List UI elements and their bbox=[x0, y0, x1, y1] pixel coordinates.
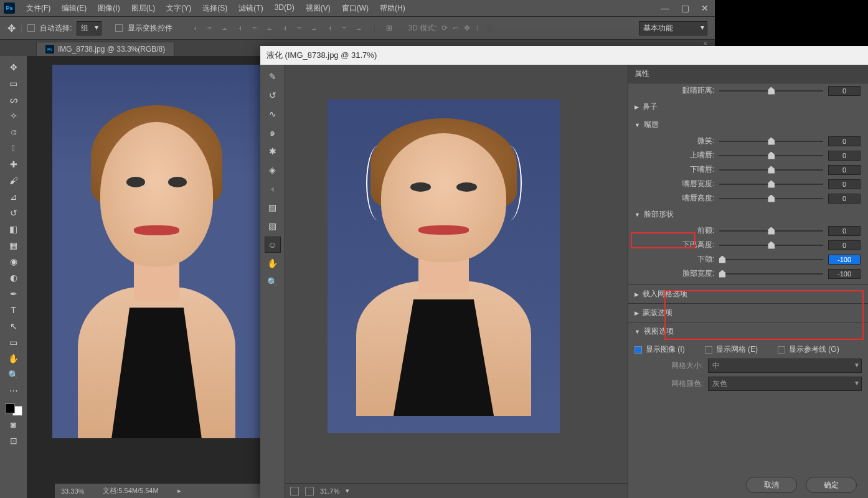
upper-lip-slider[interactable] bbox=[719, 151, 823, 161]
gradient-tool[interactable]: ▦ bbox=[5, 238, 22, 253]
face-tool[interactable]: ☺ bbox=[265, 237, 281, 253]
menu-type[interactable]: 文字(Y) bbox=[161, 1, 196, 16]
menu-window[interactable]: 窗口(W) bbox=[337, 1, 374, 16]
align-icon[interactable]: ⫠ bbox=[265, 23, 275, 33]
screen-mode[interactable]: ⊡ bbox=[5, 433, 22, 448]
mesh-color-dropdown[interactable]: 灰色 bbox=[708, 377, 862, 391]
eyedropper-tool[interactable]: 𓏢 bbox=[5, 141, 22, 156]
pen-tool[interactable]: ✒ bbox=[5, 286, 22, 301]
face-guide-left[interactable] bbox=[366, 146, 391, 220]
brush-tool[interactable]: 🖌 bbox=[5, 173, 22, 188]
lower-lip-value[interactable]: 0 bbox=[828, 165, 861, 175]
fit-icon[interactable] bbox=[290, 487, 299, 496]
menu-view[interactable]: 视图(V) bbox=[301, 1, 336, 16]
liquify-canvas[interactable]: 31.7% ▾ bbox=[285, 65, 628, 498]
align-icon[interactable]: ⫞ bbox=[280, 23, 290, 33]
fill-icon[interactable] bbox=[305, 487, 314, 496]
reconstruct-tool[interactable]: ↺ bbox=[265, 87, 281, 103]
menu-edit[interactable]: 编辑(E) bbox=[57, 1, 92, 16]
menu-3d[interactable]: 3D(D) bbox=[270, 1, 300, 16]
menu-file[interactable]: 文件(F) bbox=[21, 1, 55, 16]
menu-select[interactable]: 选择(S) bbox=[197, 1, 232, 16]
liquify-zoom-value[interactable]: 31.7% bbox=[320, 487, 339, 495]
menu-help[interactable]: 帮助(H) bbox=[375, 1, 410, 16]
show-transform-checkbox[interactable] bbox=[115, 24, 123, 32]
mesh-size-dropdown[interactable]: 中 bbox=[708, 359, 862, 373]
nose-section[interactable]: ▶鼻子 bbox=[628, 98, 868, 116]
smile-slider[interactable] bbox=[719, 136, 823, 146]
eye-distance-slider[interactable] bbox=[719, 86, 823, 96]
slide-icon[interactable]: ↕ bbox=[475, 24, 479, 32]
stamp-tool[interactable]: ⊿ bbox=[5, 189, 22, 204]
orbit-icon[interactable]: ⟳ bbox=[441, 24, 448, 32]
show-guides-checkbox[interactable] bbox=[778, 346, 785, 354]
minimize-button[interactable]: — bbox=[655, 0, 675, 16]
crop-tool[interactable]: ⟃ bbox=[5, 125, 22, 139]
history-brush-tool[interactable]: ↺ bbox=[5, 205, 22, 220]
forward-warp-tool[interactable]: ✎ bbox=[265, 68, 281, 85]
twirl-tool[interactable]: ๑ bbox=[265, 125, 281, 141]
mouth-section[interactable]: ▼嘴唇 bbox=[628, 116, 868, 134]
show-image-checkbox[interactable] bbox=[634, 346, 642, 354]
lasso-tool[interactable]: ᔕ bbox=[5, 92, 22, 107]
close-button[interactable]: ✕ bbox=[695, 0, 715, 16]
freeze-mask-tool[interactable]: ▨ bbox=[265, 199, 281, 215]
align-icon[interactable]: ⫟ bbox=[205, 23, 215, 33]
pan-icon[interactable]: ✥ bbox=[464, 24, 470, 32]
show-mesh-checkbox[interactable] bbox=[705, 346, 712, 354]
mouth-height-value[interactable]: 0 bbox=[828, 194, 861, 204]
distribute-icon[interactable]: ⊞ bbox=[384, 23, 394, 33]
face-width-slider[interactable] bbox=[719, 269, 823, 279]
chin-height-slider[interactable] bbox=[719, 240, 823, 250]
color-swatch[interactable] bbox=[5, 403, 22, 416]
zoom-tool[interactable]: 🔍 bbox=[5, 367, 22, 382]
eye-distance-value[interactable]: 0 bbox=[828, 86, 861, 96]
quick-mask[interactable]: ◙ bbox=[5, 417, 22, 432]
hand-tool[interactable]: ✋ bbox=[265, 255, 281, 271]
bloat-tool[interactable]: ◈ bbox=[265, 162, 281, 178]
marquee-tool[interactable]: ▭ bbox=[5, 76, 22, 91]
jaw-value[interactable]: -100 bbox=[828, 255, 861, 265]
path-select-tool[interactable]: ↖ bbox=[5, 319, 22, 334]
move-tool[interactable]: ✥ bbox=[5, 60, 22, 75]
forehead-value[interactable]: 0 bbox=[828, 226, 861, 236]
status-arrow-icon[interactable]: ▸ bbox=[177, 487, 181, 495]
workspace-dropdown[interactable]: 基本功能 bbox=[639, 21, 707, 35]
type-tool[interactable]: T bbox=[5, 303, 22, 317]
menu-layer[interactable]: 图层(L) bbox=[126, 1, 161, 16]
maximize-button[interactable]: ▢ bbox=[675, 0, 695, 16]
menu-filter[interactable]: 滤镜(T) bbox=[234, 1, 268, 16]
align-icon[interactable]: ⫟ bbox=[295, 23, 304, 33]
dodge-tool[interactable]: ◐ bbox=[5, 270, 22, 285]
auto-select-dropdown[interactable]: 组 bbox=[77, 21, 101, 35]
face-shape-section[interactable]: ▼脸部形状 bbox=[628, 205, 868, 223]
face-guide-right[interactable] bbox=[497, 146, 522, 220]
status-zoom[interactable]: 33.33% bbox=[61, 487, 84, 495]
align-icon[interactable]: ⫟ bbox=[250, 23, 260, 33]
chin-height-value[interactable]: 0 bbox=[828, 240, 861, 250]
cancel-button[interactable]: 取消 bbox=[746, 477, 797, 493]
mouth-height-slider[interactable] bbox=[719, 194, 823, 204]
document-tab[interactable]: Ps IMG_8738.jpg @ 33.3%(RGB/8) bbox=[36, 42, 174, 56]
zoom-dropdown-icon[interactable]: ▾ bbox=[346, 487, 349, 495]
align-icon[interactable]: ⫞ bbox=[324, 23, 334, 33]
edit-toolbar[interactable]: ⋯ bbox=[5, 383, 22, 398]
blur-tool[interactable]: ◉ bbox=[5, 254, 22, 269]
auto-select-checkbox[interactable] bbox=[27, 24, 35, 32]
pucker-tool[interactable]: ✱ bbox=[265, 143, 281, 159]
mouth-width-value[interactable]: 0 bbox=[828, 179, 861, 189]
push-left-tool[interactable]: ⫞ bbox=[265, 181, 281, 197]
menu-image[interactable]: 图像(I) bbox=[93, 1, 125, 16]
shape-tool[interactable]: ▭ bbox=[5, 335, 22, 350]
align-icon[interactable]: ⫞ bbox=[190, 23, 200, 33]
smile-value[interactable]: 0 bbox=[828, 136, 861, 146]
align-icon[interactable]: ⫞ bbox=[235, 23, 245, 33]
zoom-tool[interactable]: 🔍 bbox=[265, 274, 281, 290]
view-options-section[interactable]: ▼视图选项 bbox=[628, 322, 868, 341]
liquify-title-bar[interactable]: 液化 (IMG_8738.jpg @ 31.7%) bbox=[260, 46, 868, 65]
align-icon[interactable]: ⫠ bbox=[309, 23, 319, 33]
smooth-tool[interactable]: ∿ bbox=[265, 106, 281, 122]
roll-icon[interactable]: ⤺ bbox=[453, 24, 459, 32]
hand-tool[interactable]: ✋ bbox=[5, 351, 22, 366]
mouth-width-slider[interactable] bbox=[719, 179, 823, 189]
